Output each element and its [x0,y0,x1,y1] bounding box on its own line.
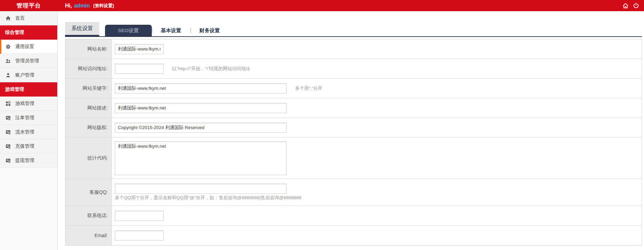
sidebar-item-withdraw-management[interactable]: 提现管理 [0,153,57,168]
tab-basic-settings[interactable]: 基本设置 [152,25,190,36]
site-description-input[interactable] [115,103,287,113]
sidebar-item-recharge-management[interactable]: 充值管理 [0,139,57,153]
site-url-input[interactable] [115,64,164,74]
field-content-site-copyright [112,118,642,137]
field-label-site-name: 网站名称: [65,39,112,59]
form-row-site-name: 网站名称: [65,39,642,59]
field-content-site-name [112,39,642,59]
stats-code-input[interactable]: 利通国际-www.fkym.net [115,141,287,175]
site-keywords-hint: 多个用“,”分开 [295,85,322,91]
sidebar-item-label: 注单管理 [15,115,34,121]
site-keywords-input[interactable] [115,83,287,93]
file-icon [5,144,11,149]
field-content-site-description [112,98,642,118]
sidebar-item-label: 通用设置 [15,44,34,50]
home-icon[interactable] [622,2,629,9]
field-content-email [112,226,642,245]
profile-settings-link[interactable]: [资料设置] [94,3,114,9]
sidebar-item-label: 账户管理 [15,72,34,78]
field-label-stats-code: 统计代码: [65,138,112,179]
form-row-contact-phone: 联系电话: [65,206,642,226]
username: admin [74,3,90,9]
sidebar-item-admin-management[interactable]: 管理员管理 [0,54,57,68]
field-content-site-url: 以“http://”开始，“/”结尾的网站访问地址 [112,59,642,78]
sidebar-item-label: 充值管理 [15,143,34,149]
email-input[interactable] [115,230,164,241]
form-row-email: Email: [65,226,642,245]
form-row-stats-code: 统计代码:利通国际-www.fkym.net [65,138,642,179]
field-content-site-keywords: 多个用“,”分开 [112,79,642,98]
gear-icon [5,44,11,49]
power-icon[interactable] [633,2,639,9]
sidebar-section-label: 综合管理 [5,29,24,36]
home-icon [5,16,11,21]
sidebar-item-label: 首页 [15,15,25,21]
site-name-input[interactable] [115,44,164,54]
sidebar-item-bet-management[interactable]: 注单管理 [0,111,57,125]
greeting-prefix: Hi, [65,3,72,9]
sidebar-item-home[interactable]: 首页 [0,11,57,25]
tab-seo-settings[interactable]: SEO设置 [105,25,152,36]
field-label-contact-phone: 联系电话: [65,206,112,225]
field-label-service-qq: 客服QQ: [65,179,112,206]
form-row-site-url: 网站访问地址:以“http://”开始，“/”结尾的网站访问地址 [65,59,642,79]
site-copyright-input[interactable] [115,123,287,133]
tab-finance-settings[interactable]: 财务设置 [190,25,229,36]
greeting: Hi, admin [资料设置] [65,3,114,9]
form-row-site-keywords: 网站关键字:多个用“,”分开 [65,79,642,98]
settings-form: 网站名称:网站访问地址:以“http://”开始，“/”结尾的网站访问地址网站关… [65,39,642,246]
sidebar-item-label: 管理员管理 [15,58,39,64]
field-content-service-qq: 多个QQ用“|”分开，显示名称和QQ用“@”分开，如：售前咨询@8888888|… [112,179,642,206]
page-title-tab: 系统设置 [65,22,99,36]
user-icon [5,72,11,78]
field-label-site-description: 网站描述: [65,98,112,118]
file-icon [5,115,11,121]
field-label-site-keywords: 网站关键字: [65,79,112,98]
sidebar-item-flow-management[interactable]: 流水管理 [0,125,57,139]
sidebar-item-label: 游戏管理 [15,101,34,107]
field-label-site-url: 网站访问地址: [65,59,112,78]
form-row-site-copyright: 网站版权: [65,118,642,138]
app-title: 管理平台 [0,2,58,9]
sidebar-item-game-management[interactable]: 游戏管理 [0,97,57,111]
contact-phone-input[interactable] [115,211,164,221]
main-content: 系统设置 SEO设置基本设置财务设置 网站名称:网站访问地址:以“http://… [58,11,644,250]
field-content-contact-phone [112,206,642,225]
form-row-service-qq: 客服QQ:多个QQ用“|”分开，显示名称和QQ用“@”分开，如：售前咨询@888… [65,179,642,206]
sidebar-item-general-settings[interactable]: 通用设置 [0,40,57,54]
games-icon [5,101,11,106]
sidebar-item-account-management[interactable]: 账户管理 [0,68,57,82]
file-icon [5,158,11,163]
field-label-site-copyright: 网站版权: [65,118,112,137]
service-qq-input[interactable] [115,184,287,194]
sidebar-section-game-management-group[interactable]: 游戏管理 [0,82,57,97]
service-qq-hint: 多个QQ用“|”分开，显示名称和QQ用“@”分开，如：售前咨询@8888888|… [115,195,302,201]
topbar: 管理平台 Hi, admin [资料设置] [0,0,644,11]
form-row-site-description: 网站描述: [65,98,642,118]
file-icon [5,129,11,135]
sidebar-item-label: 提现管理 [15,158,34,164]
topbar-actions [622,2,644,9]
sidebar-section-label: 游戏管理 [5,86,24,92]
sidebar: 首页综合管理通用设置管理员管理账户管理游戏管理游戏管理注单管理流水管理充值管理提… [0,11,58,250]
field-label-email: Email: [65,226,112,245]
field-content-stats-code: 利通国际-www.fkym.net [112,138,642,179]
sidebar-section-general-management[interactable]: 综合管理 [0,25,57,40]
users-icon [5,58,11,64]
sidebar-item-label: 流水管理 [15,129,34,135]
site-url-hint: 以“http://”开始，“/”结尾的网站访问地址 [172,66,250,72]
tab-strip: 系统设置 SEO设置基本设置财务设置 [65,22,642,37]
